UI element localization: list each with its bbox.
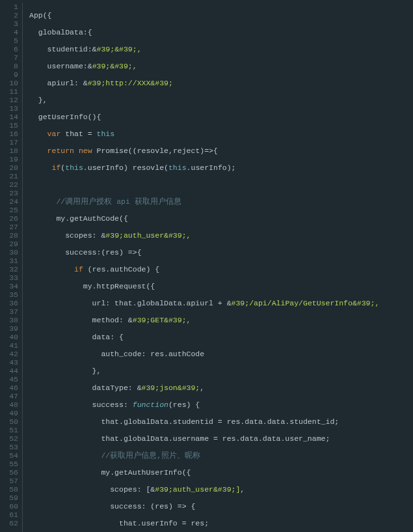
- line-number: 3: [0, 20, 18, 28]
- line-number: 7: [0, 53, 18, 62]
- code-line: that.globalData.username = res.data.data…: [29, 434, 413, 443]
- line-number: 59: [0, 494, 18, 502]
- line-number: 11: [0, 87, 18, 96]
- line-number: 20: [0, 163, 18, 172]
- code-line: [29, 180, 413, 189]
- line-number: 52: [0, 434, 18, 443]
- line-number: 48: [0, 400, 18, 409]
- line-number: 29: [0, 240, 18, 248]
- line-number: 35: [0, 290, 18, 299]
- code-line: getUserInfo(){: [29, 113, 413, 121]
- code-line: App({: [29, 11, 413, 20]
- line-number: 12: [0, 96, 18, 104]
- code-line: success: (res) => {: [29, 502, 413, 511]
- line-number: 10: [0, 79, 18, 87]
- line-number: 32: [0, 265, 18, 273]
- code-line: var that = this: [29, 130, 413, 138]
- code-line: globalData:{: [29, 28, 413, 36]
- line-number: 13: [0, 104, 18, 113]
- line-number: 49: [0, 409, 18, 417]
- code-line: studentid:&#39;&#39;,: [29, 45, 413, 53]
- code-line: that.userInfo = res;: [29, 519, 413, 527]
- line-number: 41: [0, 341, 18, 350]
- code-line: auth_code: res.authCode: [29, 350, 413, 358]
- line-number: 36: [0, 299, 18, 307]
- code-line: //调用用户授权 api 获取用户信息: [29, 197, 413, 206]
- line-number: 28: [0, 231, 18, 240]
- line-number: 45: [0, 375, 18, 384]
- line-number: 26: [0, 214, 18, 223]
- line-number: 38: [0, 316, 18, 324]
- code-line: scopes: &#39;auth_user&#39;,: [29, 231, 413, 240]
- code-line: my.httpRequest({: [29, 282, 413, 290]
- line-number: 55: [0, 460, 18, 468]
- line-number: 24: [0, 197, 18, 206]
- line-number: 2: [0, 11, 18, 20]
- line-number: 47: [0, 392, 18, 400]
- code-line: username:&#39;&#39;,: [29, 62, 413, 70]
- code-line: scopes: [&#39;auth_user&#39;],: [29, 485, 413, 494]
- line-number: 62: [0, 519, 18, 527]
- code-editor: 1234567891011121314151617181920212223242…: [0, 0, 413, 532]
- line-number: 58: [0, 485, 18, 494]
- code-area: App({ globalData:{ studentid:&#39;&#39;,…: [23, 3, 413, 532]
- line-number: 6: [0, 45, 18, 53]
- line-number: 25: [0, 206, 18, 214]
- line-number: 61: [0, 511, 18, 519]
- code-line: dataType: &#39;json&#39;,: [29, 384, 413, 392]
- line-number: 37: [0, 307, 18, 316]
- line-number: 17: [0, 138, 18, 147]
- code-line: if(this.userInfo) resovle(this.userInfo)…: [29, 163, 413, 172]
- line-number: 4: [0, 28, 18, 36]
- line-number: 57: [0, 477, 18, 485]
- line-number: 30: [0, 248, 18, 257]
- line-number: 40: [0, 333, 18, 341]
- line-number-gutter: 1234567891011121314151617181920212223242…: [0, 3, 23, 532]
- line-number: 27: [0, 223, 18, 231]
- line-number: 18: [0, 147, 18, 155]
- line-number: 51: [0, 426, 18, 434]
- line-number: 9: [0, 70, 18, 79]
- line-number: 60: [0, 502, 18, 511]
- line-number: 5: [0, 36, 18, 45]
- line-number: 54: [0, 451, 18, 460]
- code-line: return new Promise((resovle,reject)=>{: [29, 147, 413, 155]
- code-line: //获取用户信息,照片、昵称: [29, 451, 413, 460]
- code-line: my.getAuthUserInfo({: [29, 468, 413, 477]
- code-line: data: {: [29, 333, 413, 341]
- line-number: 44: [0, 367, 18, 375]
- line-number: 1: [0, 3, 18, 11]
- code-line: },: [29, 96, 413, 104]
- code-line: },: [29, 367, 413, 375]
- line-number: 14: [0, 113, 18, 121]
- code-line: method: &#39;GET&#39;,: [29, 316, 413, 324]
- line-number: 33: [0, 273, 18, 282]
- code-line: that.globalData.studentid = res.data.dat…: [29, 417, 413, 426]
- line-number: 23: [0, 189, 18, 197]
- code-line: apiurl: &#39;http://XXX&#39;: [29, 79, 413, 87]
- code-line: url: that.globalData.apiurl + &#39;/api/…: [29, 299, 413, 307]
- line-number: 31: [0, 257, 18, 265]
- line-number: 53: [0, 443, 18, 451]
- code-line: success:(res) =>{: [29, 248, 413, 257]
- line-number: 16: [0, 130, 18, 138]
- line-number: 39: [0, 324, 18, 333]
- line-number: 22: [0, 180, 18, 189]
- line-number: 21: [0, 172, 18, 180]
- code-line: if (res.authCode) {: [29, 265, 413, 273]
- line-number: 34: [0, 282, 18, 290]
- line-number: 50: [0, 417, 18, 426]
- line-number: 8: [0, 62, 18, 70]
- line-number: 19: [0, 155, 18, 163]
- line-number: 56: [0, 468, 18, 477]
- code-line: success: function(res) {: [29, 400, 413, 409]
- line-number: 42: [0, 350, 18, 358]
- code-line: my.getAuthCode({: [29, 214, 413, 223]
- line-number: 15: [0, 121, 18, 130]
- line-number: 43: [0, 358, 18, 367]
- line-number: 46: [0, 384, 18, 392]
